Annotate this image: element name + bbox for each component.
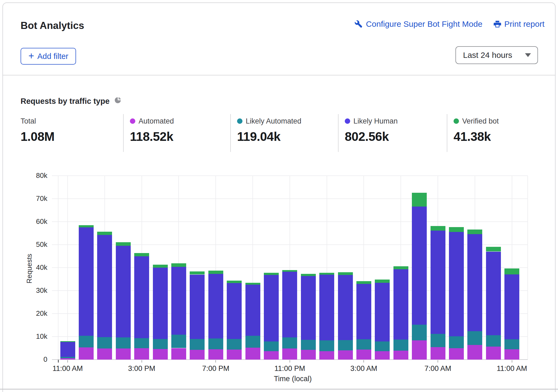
bar-segment-automated[interactable] bbox=[319, 351, 334, 360]
bar-segment-automated[interactable] bbox=[301, 350, 316, 360]
bar-segment-verified-bot[interactable] bbox=[375, 280, 390, 283]
bar-segment-verified-bot[interactable] bbox=[486, 247, 501, 252]
bar-segment-likely-human[interactable] bbox=[393, 269, 408, 340]
bar-segment-verified-bot[interactable] bbox=[504, 268, 519, 274]
bar-segment-automated[interactable] bbox=[79, 347, 94, 360]
bar-segment-likely-automated[interactable] bbox=[79, 336, 94, 347]
bar-segment-likely-automated[interactable] bbox=[338, 340, 353, 350]
bar-segment-likely-human[interactable] bbox=[431, 231, 445, 334]
bar-segment-likely-automated[interactable] bbox=[190, 339, 205, 350]
bar-segment-automated[interactable] bbox=[431, 347, 445, 360]
bar-segment-automated[interactable] bbox=[338, 350, 353, 360]
bar-segment-likely-human[interactable] bbox=[208, 274, 223, 338]
bar-segment-likely-human[interactable] bbox=[245, 285, 260, 336]
bar-segment-automated[interactable] bbox=[134, 348, 149, 360]
bar-segment-likely-human[interactable] bbox=[375, 283, 390, 341]
bar-segment-automated[interactable] bbox=[449, 348, 464, 360]
bar-segment-verified-bot[interactable] bbox=[393, 266, 408, 269]
bar-segment-likely-automated[interactable] bbox=[301, 340, 316, 350]
bar-segment-verified-bot[interactable] bbox=[134, 253, 149, 257]
bar-segment-verified-bot[interactable] bbox=[449, 227, 464, 232]
bar-segment-automated[interactable] bbox=[282, 348, 297, 360]
bar-segment-likely-human[interactable] bbox=[504, 274, 519, 340]
bar-segment-automated[interactable] bbox=[171, 348, 186, 360]
bar-segment-likely-automated[interactable] bbox=[171, 335, 186, 348]
bar-segment-automated[interactable] bbox=[412, 340, 427, 360]
bar-segment-verified-bot[interactable] bbox=[190, 271, 205, 275]
bar-segment-verified-bot[interactable] bbox=[60, 341, 75, 342]
bar-segment-likely-human[interactable] bbox=[190, 275, 205, 339]
bar-segment-likely-human[interactable] bbox=[412, 207, 427, 325]
bar-segment-likely-human[interactable] bbox=[486, 252, 501, 335]
bar-segment-likely-human[interactable] bbox=[79, 227, 94, 335]
bar-segment-likely-automated[interactable] bbox=[116, 337, 131, 348]
bar-segment-automated[interactable] bbox=[208, 349, 223, 360]
bar-segment-likely-automated[interactable] bbox=[97, 337, 112, 349]
bar-segment-likely-automated[interactable] bbox=[449, 336, 464, 348]
bar-segment-likely-automated[interactable] bbox=[356, 339, 371, 349]
bar-segment-likely-human[interactable] bbox=[282, 272, 297, 337]
bar-segment-likely-human[interactable] bbox=[319, 275, 334, 340]
bar-segment-likely-human[interactable] bbox=[338, 275, 353, 340]
bar-segment-likely-human[interactable] bbox=[97, 235, 112, 337]
bar-segment-automated[interactable] bbox=[227, 350, 242, 360]
bar-segment-likely-human[interactable] bbox=[264, 275, 279, 341]
bar-segment-automated[interactable] bbox=[467, 345, 482, 360]
bar-segment-likely-automated[interactable] bbox=[208, 338, 223, 349]
bar-segment-verified-bot[interactable] bbox=[467, 230, 482, 234]
bar-segment-verified-bot[interactable] bbox=[227, 281, 242, 283]
bar-segment-verified-bot[interactable] bbox=[264, 273, 279, 275]
bar-segment-likely-human[interactable] bbox=[134, 256, 149, 338]
bar-segment-verified-bot[interactable] bbox=[431, 226, 445, 231]
bar-segment-likely-automated[interactable] bbox=[319, 340, 334, 351]
bar-segment-likely-human[interactable] bbox=[227, 283, 242, 339]
bar-segment-verified-bot[interactable] bbox=[97, 232, 112, 235]
bar-segment-verified-bot[interactable] bbox=[301, 274, 316, 276]
bar-segment-automated[interactable] bbox=[116, 348, 131, 360]
bar-segment-automated[interactable] bbox=[190, 350, 205, 360]
bar-segment-verified-bot[interactable] bbox=[356, 281, 371, 284]
bar-segment-verified-bot[interactable] bbox=[412, 193, 427, 207]
bar-segment-likely-human[interactable] bbox=[449, 232, 464, 336]
bar-segment-automated[interactable] bbox=[375, 351, 390, 360]
bar-segment-automated[interactable] bbox=[60, 358, 75, 360]
bar-segment-likely-automated[interactable] bbox=[504, 339, 519, 349]
bar-segment-automated[interactable] bbox=[356, 350, 371, 360]
bar-segment-likely-human[interactable] bbox=[60, 342, 75, 357]
bar-segment-likely-human[interactable] bbox=[356, 284, 371, 339]
bar-segment-automated[interactable] bbox=[245, 348, 260, 360]
bar-segment-automated[interactable] bbox=[97, 348, 112, 360]
bar-segment-automated[interactable] bbox=[486, 347, 501, 360]
bar-segment-verified-bot[interactable] bbox=[116, 242, 131, 246]
bar-segment-verified-bot[interactable] bbox=[208, 271, 223, 274]
bar-segment-likely-automated[interactable] bbox=[134, 338, 149, 348]
bar-segment-verified-bot[interactable] bbox=[79, 225, 94, 228]
bar-segment-verified-bot[interactable] bbox=[282, 270, 297, 272]
bar-segment-automated[interactable] bbox=[504, 349, 519, 360]
bar-segment-verified-bot[interactable] bbox=[171, 263, 186, 267]
bar-segment-automated[interactable] bbox=[153, 349, 168, 360]
bar-segment-likely-automated[interactable] bbox=[431, 334, 445, 347]
bar-segment-likely-automated[interactable] bbox=[412, 325, 427, 341]
bar-segment-likely-automated[interactable] bbox=[60, 357, 75, 358]
bar-segment-automated[interactable] bbox=[393, 351, 408, 360]
bar-segment-likely-automated[interactable] bbox=[282, 337, 297, 348]
bar-segment-likely-human[interactable] bbox=[116, 246, 131, 337]
bar-segment-likely-human[interactable] bbox=[467, 234, 482, 331]
bar-segment-likely-automated[interactable] bbox=[227, 339, 242, 350]
bar-segment-likely-human[interactable] bbox=[153, 268, 168, 339]
bar-segment-automated[interactable] bbox=[264, 351, 279, 360]
bar-segment-likely-automated[interactable] bbox=[153, 339, 168, 349]
bar-segment-verified-bot[interactable] bbox=[338, 272, 353, 275]
bar-segment-verified-bot[interactable] bbox=[153, 265, 168, 268]
bar-segment-likely-human[interactable] bbox=[171, 267, 186, 335]
bar-segment-likely-automated[interactable] bbox=[264, 341, 279, 351]
bar-segment-likely-automated[interactable] bbox=[245, 336, 260, 347]
bar-segment-likely-automated[interactable] bbox=[393, 340, 408, 351]
bar-segment-likely-automated[interactable] bbox=[467, 331, 482, 345]
bar-segment-verified-bot[interactable] bbox=[319, 273, 334, 275]
bar-segment-likely-automated[interactable] bbox=[375, 341, 390, 351]
bar-segment-likely-human[interactable] bbox=[301, 276, 316, 340]
bar-segment-verified-bot[interactable] bbox=[245, 283, 260, 285]
bar-segment-likely-automated[interactable] bbox=[486, 335, 501, 347]
